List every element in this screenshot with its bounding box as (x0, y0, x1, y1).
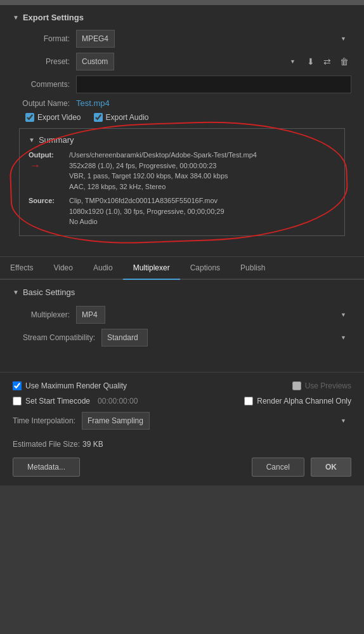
preset-select[interactable]: Custom (76, 53, 114, 70)
export-video-checkbox-item: Export Video (25, 113, 81, 122)
save-preset-icon[interactable]: ⬇ (304, 55, 317, 68)
format-row: Format: MPEG4 (13, 30, 351, 48)
file-size-label: Estimated File Size: (13, 440, 80, 449)
cancel-button[interactable]: Cancel (252, 458, 304, 477)
basic-settings-header: ▼ Basic Settings (13, 287, 351, 297)
summary-title: Summary (39, 135, 74, 145)
preset-row: Preset: Custom ⬇ ⇄ 🗑 (13, 53, 351, 70)
time-interpolation-row: Time Interpolation: Frame Sampling Frame… (13, 412, 351, 430)
preset-label: Preset: (13, 57, 76, 66)
use-max-render-checkbox[interactable] (13, 381, 22, 390)
bottom-checkboxes-2: Set Start Timecode 00:00:00:00 Render Al… (13, 397, 351, 406)
output-name-link[interactable]: Test.mp4 (76, 98, 110, 108)
basic-settings-collapse-icon[interactable]: ▼ (13, 289, 19, 296)
import-preset-icon[interactable]: ⇄ (321, 55, 334, 68)
export-video-label: Export Video (37, 113, 81, 122)
tabs-container: Effects Video Audio Multiplexer Captions… (0, 256, 364, 280)
comments-label: Comments: (13, 80, 76, 89)
use-previews-checkbox[interactable] (292, 381, 301, 390)
source-key: Source: (29, 195, 67, 227)
source-summary-row: Source: Clip, TMP0x106fd2dc00011A8365F55… (29, 195, 335, 227)
export-audio-checkbox[interactable] (94, 113, 103, 122)
export-audio-label: Export Audio (106, 113, 149, 122)
file-size-row: Estimated File Size: 39 KB (13, 440, 351, 449)
comments-input[interactable] (76, 76, 351, 93)
use-max-render-item: Use Maximum Render Quality (13, 381, 127, 390)
action-buttons: Metadata... Cancel OK (13, 458, 351, 477)
stream-compat-label: Stream Compatibility: (13, 333, 101, 342)
summary-wrapper: ▼ Summary → Output: /Users/chereenbaramk… (13, 128, 351, 236)
delete-preset-icon[interactable]: 🗑 (337, 55, 351, 68)
stream-compat-select[interactable]: Standard Streaming (101, 329, 148, 347)
bottom-checkboxes: Use Maximum Render Quality Use Previews (13, 381, 351, 390)
comments-row: Comments: (13, 76, 351, 93)
output-name-row: Output Name: Test.mp4 (13, 98, 351, 108)
summary-content: Output: /Users/chereenbaramki/Desktop/Ad… (29, 150, 335, 227)
export-settings-title: Export Settings (23, 13, 84, 22)
file-size-value: 39 KB (82, 440, 103, 449)
tab-audio[interactable]: Audio (83, 257, 123, 280)
output-path: /Users/chereenbaramki/Desktop/Adobe-Spar… (69, 150, 257, 161)
export-audio-checkbox-item: Export Audio (94, 113, 149, 122)
export-checkboxes: Export Video Export Audio (25, 113, 351, 122)
tab-captions[interactable]: Captions (180, 257, 230, 280)
output-details3: AAC, 128 kbps, 32 kHz, Stereo (69, 182, 257, 192)
render-alpha-group: Render Alpha Channel Only (244, 397, 351, 406)
start-timecode-group: Set Start Timecode 00:00:00:00 (13, 397, 138, 406)
summary-header: ▼ Summary (29, 135, 335, 145)
metadata-button[interactable]: Metadata... (13, 458, 80, 477)
use-previews-label: Use Previews (305, 381, 351, 390)
set-start-timecode-item: Set Start Timecode 00:00:00:00 (13, 397, 138, 406)
set-start-timecode-label: Set Start Timecode (25, 397, 90, 406)
export-video-checkbox[interactable] (25, 113, 34, 122)
time-interpolation-label: Time Interpolation: (13, 416, 75, 425)
export-settings-panel: ▼ Export Settings Format: MPEG4 Preset: … (0, 5, 364, 250)
tab-multiplexer[interactable]: Multiplexer (123, 257, 180, 280)
format-select[interactable]: MPEG4 (76, 30, 115, 48)
render-alpha-checkbox[interactable] (244, 397, 253, 406)
bottom-section: Use Maximum Render Quality Use Previews … (0, 372, 364, 485)
render-alpha-item: Render Alpha Channel Only (244, 397, 351, 406)
tab-effects[interactable]: Effects (0, 257, 43, 280)
use-previews-item: Use Previews (292, 381, 351, 390)
multiplexer-select[interactable]: MP4 MKV MOV (76, 306, 105, 324)
basic-settings-title: Basic Settings (23, 287, 75, 297)
set-start-timecode-checkbox[interactable] (13, 397, 22, 406)
red-arrow-annotation: → (29, 159, 41, 173)
output-name-label: Output Name: (13, 99, 76, 108)
collapse-arrow-icon[interactable]: ▼ (13, 14, 19, 21)
top-bar (0, 0, 364, 5)
tab-publish[interactable]: Publish (230, 257, 275, 280)
timecode-value: 00:00:00:00 (98, 397, 138, 406)
stream-compat-row: Stream Compatibility: Standard Streaming (13, 329, 351, 347)
format-label: Format: (13, 34, 76, 43)
output-details1: 352x288 (1.0), 24 fps, Progressive, 00:0… (69, 161, 257, 171)
summary-section: ▼ Summary → Output: /Users/chereenbaramk… (19, 128, 345, 236)
multiplexer-row: Multiplexer: MP4 MKV MOV (13, 306, 351, 324)
ok-cancel-group: Cancel OK (252, 458, 351, 477)
render-alpha-label: Render Alpha Channel Only (257, 397, 351, 406)
bottom-check-left: Use Maximum Render Quality (13, 381, 127, 390)
tab-video[interactable]: Video (43, 257, 82, 280)
export-settings-header: ▼ Export Settings (13, 13, 351, 22)
time-interpolation-select[interactable]: Frame Sampling Frame Blending Optical Fl… (82, 412, 150, 430)
use-max-render-label: Use Maximum Render Quality (25, 381, 127, 390)
ok-button[interactable]: OK (311, 458, 351, 477)
bottom-check-right: Use Previews (292, 381, 351, 390)
source-details2: No Audio (69, 216, 224, 227)
basic-settings-panel: ▼ Basic Settings Multiplexer: MP4 MKV MO… (0, 280, 364, 359)
source-name: Clip, TMP0x106fd2dc00011A8365F55016F.mov (69, 195, 224, 206)
output-details2: VBR, 1 pass, Target 192.00 kbps, Max 384… (69, 171, 257, 182)
source-details1: 1080x1920 (1.0), 30 fps, Progressive, 00… (69, 206, 224, 217)
output-summary-row: Output: /Users/chereenbaramki/Desktop/Ad… (29, 150, 335, 192)
multiplexer-label: Multiplexer: (13, 310, 76, 319)
summary-collapse-icon[interactable]: ▼ (29, 136, 35, 143)
